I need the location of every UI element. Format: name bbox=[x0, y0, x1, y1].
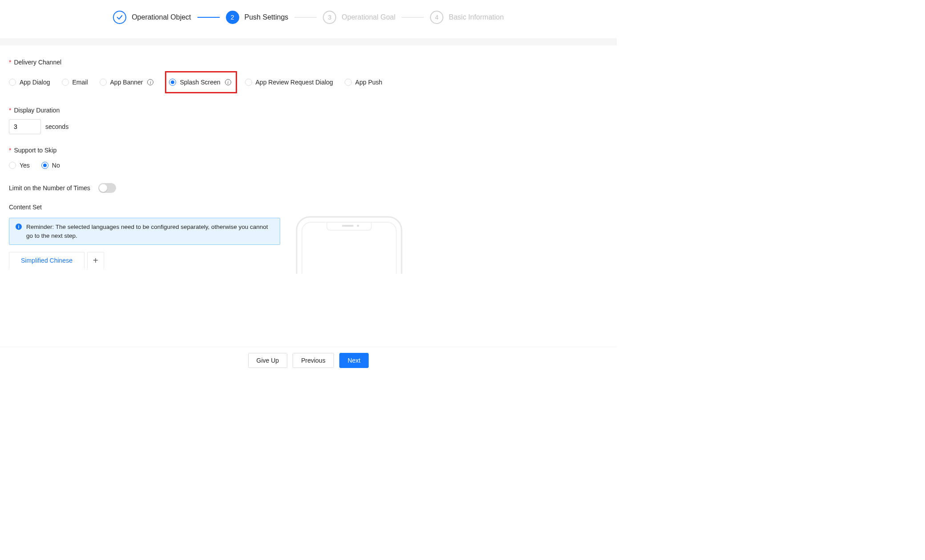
limit-times-row: Limit on the Number of Times bbox=[9, 183, 608, 193]
step-label: Basic Information bbox=[449, 13, 504, 21]
splash-screen-highlight: Splash Screen i bbox=[165, 71, 237, 93]
stepper: Operational Object 2 Push Settings 3 Ope… bbox=[0, 0, 617, 38]
step-connector bbox=[197, 17, 220, 18]
step-connector bbox=[294, 17, 317, 18]
radio-icon bbox=[9, 162, 16, 169]
radio-icon bbox=[169, 79, 176, 86]
content-left: i Reminder: The selected languages need … bbox=[9, 216, 280, 269]
radio-label: Splash Screen bbox=[180, 79, 220, 86]
support-to-skip-label: * Support to Skip bbox=[9, 147, 608, 154]
phone-preview bbox=[294, 216, 405, 274]
radio-label: App Banner bbox=[110, 79, 143, 86]
radio-label: App Dialog bbox=[20, 79, 50, 86]
step-push-settings[interactable]: 2 Push Settings bbox=[226, 11, 289, 24]
support-to-skip-options: Yes No bbox=[9, 159, 608, 172]
radio-app-dialog[interactable]: App Dialog bbox=[9, 76, 50, 88]
radio-label: No bbox=[52, 162, 60, 169]
limit-times-label: Limit on the Number of Times bbox=[9, 184, 90, 192]
required-star: * bbox=[9, 59, 11, 66]
step-label: Push Settings bbox=[245, 13, 289, 21]
reminder-text: Reminder: The selected languages need to… bbox=[26, 223, 273, 240]
duration-unit: seconds bbox=[45, 123, 68, 130]
label-text: Support to Skip bbox=[14, 147, 56, 154]
step-operational-goal[interactable]: 3 Operational Goal bbox=[323, 11, 395, 24]
form-body: * Delivery Channel App Dialog Email App … bbox=[0, 45, 617, 274]
step-operational-object[interactable]: Operational Object bbox=[113, 11, 191, 24]
radio-label: Yes bbox=[20, 162, 30, 169]
radio-app-review-request-dialog[interactable]: App Review Request Dialog bbox=[245, 76, 333, 88]
delivery-channel-label: * Delivery Channel bbox=[9, 59, 608, 66]
radio-icon bbox=[345, 79, 352, 86]
info-icon[interactable]: i bbox=[147, 79, 153, 85]
svg-point-3 bbox=[357, 225, 359, 227]
step-label: Operational Goal bbox=[342, 13, 395, 21]
divider-band bbox=[0, 38, 617, 45]
radio-app-banner[interactable]: App Banner i bbox=[100, 76, 154, 88]
label-text: Display Duration bbox=[14, 107, 60, 114]
language-tabs: Simplified Chinese + bbox=[9, 252, 280, 269]
step-label: Operational Object bbox=[132, 13, 191, 21]
info-icon[interactable]: i bbox=[225, 79, 231, 85]
display-duration-row: seconds bbox=[9, 119, 608, 134]
step-basic-information[interactable]: 4 Basic Information bbox=[430, 11, 504, 24]
display-duration-label: * Display Duration bbox=[9, 107, 608, 114]
step-number: 4 bbox=[430, 11, 443, 24]
content-set-label: Content Set bbox=[9, 204, 608, 211]
radio-icon bbox=[62, 79, 69, 86]
radio-icon bbox=[41, 162, 48, 169]
plus-icon: + bbox=[93, 256, 98, 266]
step-number: 3 bbox=[323, 11, 336, 24]
radio-icon bbox=[245, 79, 252, 86]
add-language-button[interactable]: + bbox=[87, 252, 104, 269]
toggle-knob bbox=[99, 184, 107, 192]
display-duration-input[interactable] bbox=[9, 119, 41, 134]
radio-skip-yes[interactable]: Yes bbox=[9, 159, 30, 172]
radio-splash-screen[interactable]: Splash Screen i bbox=[169, 76, 231, 88]
reminder-banner: i Reminder: The selected languages need … bbox=[9, 218, 280, 245]
give-up-button[interactable]: Give Up bbox=[248, 353, 288, 368]
step-connector bbox=[402, 17, 424, 18]
radio-app-push[interactable]: App Push bbox=[345, 76, 382, 88]
radio-skip-no[interactable]: No bbox=[41, 159, 60, 172]
checkmark-icon bbox=[113, 11, 126, 24]
required-star: * bbox=[9, 107, 11, 114]
next-button[interactable]: Next bbox=[339, 353, 369, 368]
previous-button[interactable]: Previous bbox=[293, 353, 334, 368]
radio-icon bbox=[100, 79, 107, 86]
action-bar: Give Up Previous Next bbox=[0, 347, 617, 373]
svg-rect-2 bbox=[342, 225, 354, 227]
radio-email[interactable]: Email bbox=[62, 76, 88, 88]
info-icon: i bbox=[16, 224, 22, 230]
radio-label: App Push bbox=[355, 79, 382, 86]
delivery-channel-options: App Dialog Email App Banner i Splash Scr… bbox=[9, 71, 608, 93]
step-number: 2 bbox=[226, 11, 239, 24]
tab-simplified-chinese[interactable]: Simplified Chinese bbox=[9, 252, 84, 269]
content-wrap: i Reminder: The selected languages need … bbox=[9, 216, 608, 274]
phone-frame-icon bbox=[296, 216, 402, 274]
label-text: Delivery Channel bbox=[14, 59, 61, 66]
limit-times-toggle[interactable] bbox=[98, 183, 116, 193]
radio-label: App Review Request Dialog bbox=[256, 79, 333, 86]
required-star: * bbox=[9, 147, 11, 154]
radio-icon bbox=[9, 79, 16, 86]
radio-label: Email bbox=[72, 79, 88, 86]
